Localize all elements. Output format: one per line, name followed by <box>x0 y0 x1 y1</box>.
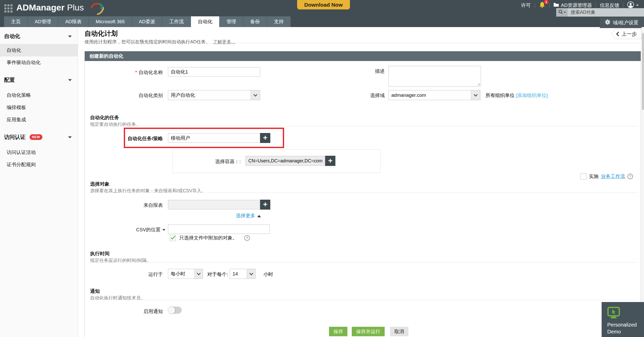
automation-name-input[interactable] <box>168 67 260 77</box>
sidebar-item-app-integrations[interactable]: 应用集成 <box>0 114 78 126</box>
feedback-link[interactable]: 信息反馈 <box>596 2 623 9</box>
triangle-up-icon <box>257 215 261 217</box>
download-now-button[interactable]: Download Now <box>297 0 350 9</box>
sidebar: 自动化 自动化 事件驱动自动化 配置 自动化策略 编排模板 应用集成 访问认证 … <box>0 27 78 337</box>
notification-section-desc: 自动化执行时通知技术员。 <box>90 295 145 301</box>
folder-icon <box>553 3 559 8</box>
search-scope-button[interactable] <box>556 8 568 17</box>
tab-ad-delegation[interactable]: AD委派 <box>132 16 162 27</box>
tab-backup[interactable]: 备份 <box>243 16 267 27</box>
hours-unit-label: 小时 <box>263 271 273 278</box>
domain-select[interactable]: admanager.com <box>388 90 480 100</box>
csv-checkbox-row: 只选择文件中附加的对象。 ? <box>170 235 250 241</box>
automation-category-label: 自动化类别 <box>85 92 163 99</box>
scrollbar-thumb[interactable] <box>642 33 644 110</box>
sidebar-item-cert-assignment-rules[interactable]: 证书分配规则 <box>0 159 78 171</box>
tab-ad-reports[interactable]: AD报表 <box>58 16 89 27</box>
search-box <box>556 8 644 17</box>
automation-category-select[interactable]: 用户自动化 <box>168 90 260 100</box>
enable-notification-toggle[interactable] <box>168 307 182 314</box>
chevron-down-icon <box>68 136 72 138</box>
chevron-down-icon <box>471 90 480 100</box>
ad-explorer-link[interactable]: AD资源管理器 <box>550 2 596 9</box>
sidebar-item-automation[interactable]: 自动化 <box>0 44 78 56</box>
chevron-down-icon <box>68 79 72 81</box>
main-content: 自动化计划 使用此计划程序，您可以在预先指定的时间自动执行AD任务。了解更多..… <box>78 27 644 337</box>
domain-settings-label: 域/租户设置 <box>613 19 638 26</box>
sidebar-section-access-certification[interactable]: 访问认证 NEW <box>0 128 78 145</box>
from-reports-input[interactable] <box>168 200 260 209</box>
divider <box>90 192 638 193</box>
license-link[interactable]: 许可 <box>517 2 535 9</box>
bell-icon <box>539 5 545 9</box>
gear-icon <box>605 19 610 26</box>
checkmark-icon <box>171 235 176 240</box>
sidebar-item-orchestration-templates[interactable]: 编排模板 <box>0 101 78 114</box>
enable-notification-label: 启用通知 <box>85 308 163 315</box>
sidebar-item-event-driven-automation[interactable]: 事件驱动自动化 <box>0 56 78 69</box>
chevron-down-icon <box>68 35 72 38</box>
add-report-button[interactable]: + <box>260 200 270 210</box>
demo-widget-label: Personalized Demo <box>607 321 637 335</box>
notifications-button[interactable]: 1 <box>535 2 549 9</box>
add-task-button[interactable]: + <box>260 133 270 143</box>
panel-header: 创建新的自动化 <box>85 51 641 61</box>
add-ou-link[interactable]: [添加组织单位] <box>516 93 548 98</box>
personalized-demo-widget[interactable]: Personalized Demo <box>602 302 644 337</box>
implement-workflow-checkbox[interactable] <box>580 173 587 179</box>
divider <box>90 126 638 126</box>
add-container-button[interactable]: + <box>325 156 335 166</box>
triangle-down-icon[interactable] <box>162 229 165 231</box>
select-more-link[interactable]: 选择更多 <box>236 213 255 218</box>
automation-name-label: *自动化名称 <box>85 69 163 76</box>
logo-text-plus: Plus <box>65 3 84 12</box>
chevron-down-icon <box>251 90 260 100</box>
save-button[interactable]: 保存 <box>329 327 347 336</box>
page-title: 自动化计划 <box>84 29 118 38</box>
sidebar-section-automation[interactable]: 自动化 <box>0 27 78 44</box>
divider <box>83 43 641 43</box>
run-frequency-select[interactable]: 每小时 <box>168 269 203 279</box>
interval-select[interactable]: 14 <box>230 269 256 279</box>
chevron-down-icon <box>636 5 639 6</box>
business-workflow-link[interactable]: 业务工作流 <box>601 173 625 180</box>
tab-automation[interactable]: 自动化 <box>191 16 220 27</box>
tab-ad-management[interactable]: AD管理 <box>28 16 58 27</box>
domain-tenant-settings-button[interactable]: 域/租户设置 <box>600 17 644 28</box>
csv-location-input[interactable] <box>168 224 270 234</box>
cancel-button[interactable]: 取消 <box>390 327 408 336</box>
schedule-section-desc: 指定任务应运行的时间/间隔。 <box>90 257 151 263</box>
search-field <box>568 8 644 17</box>
app-logo[interactable]: ADManager Plus <box>16 3 84 13</box>
main-nav-tabs: 主页 AD管理 AD报表 Microsoft 365 AD委派 工作流 自动化 … <box>4 16 291 27</box>
back-button[interactable]: 上一步 <box>611 29 641 39</box>
sidebar-section-configuration[interactable]: 配置 <box>0 71 78 88</box>
tab-home[interactable]: 主页 <box>4 16 28 27</box>
implement-label: 实施 <box>589 173 599 180</box>
chevron-down-icon <box>194 269 203 279</box>
description-textarea[interactable] <box>388 66 481 87</box>
select-more-row: 选择更多 <box>236 212 261 219</box>
tab-microsoft-365[interactable]: Microsoft 365 <box>89 16 132 27</box>
sidebar-item-access-cert-campaigns[interactable]: 访问认证活动 <box>0 146 78 159</box>
tab-workflow[interactable]: 工作流 <box>162 16 191 27</box>
resize-handle-icon[interactable] <box>477 83 480 86</box>
tab-support[interactable]: 支持 <box>267 16 291 27</box>
save-and-run-button[interactable]: 保存并运行 <box>352 327 385 336</box>
help-icon[interactable]: ? <box>244 235 250 241</box>
help-icon[interactable]: ? <box>627 174 633 179</box>
task-policy-input[interactable] <box>168 133 260 143</box>
objects-section-title: 选择对象 <box>90 181 110 187</box>
apps-grid-icon[interactable] <box>4 4 13 13</box>
container-input[interactable] <box>246 156 325 166</box>
learn-more-link[interactable]: 了解更多... <box>213 39 235 44</box>
search-icon <box>558 9 563 15</box>
top-bar: ADManager Plus Download Now 许可 1 <box>0 0 644 27</box>
csv-location-label: CSV的位置 <box>85 226 165 233</box>
sidebar-item-automation-policy[interactable]: 自动化策略 <box>0 89 78 101</box>
search-input[interactable] <box>568 8 644 17</box>
tab-admin[interactable]: 管理 <box>220 16 243 27</box>
run-at-label: 运行于 <box>85 271 163 278</box>
csv-objects-checkbox[interactable] <box>170 235 176 241</box>
required-mark: * <box>135 70 137 75</box>
